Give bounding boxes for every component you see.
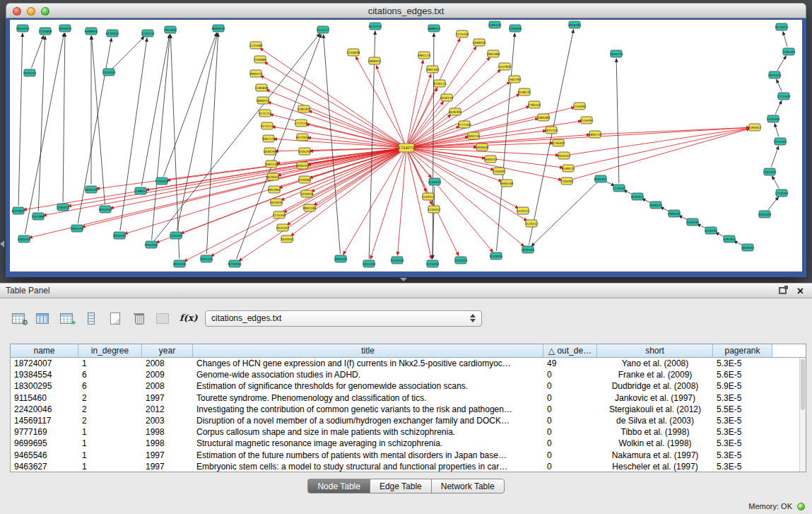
graph-node[interactable]: 2015503	[199, 255, 213, 262]
graph-edge[interactable]	[775, 124, 779, 137]
graph-edge[interactable]	[266, 90, 401, 146]
graph-node[interactable]: 1960470	[249, 70, 262, 77]
graph-edge[interactable]	[410, 69, 500, 144]
column-header-name[interactable]: name	[11, 344, 78, 358]
graph-node[interactable]: 7225440	[272, 211, 286, 218]
graph-node[interactable]: 1961083	[486, 50, 500, 57]
graph-edge[interactable]	[324, 35, 341, 254]
graph-node[interactable]: 1534452	[427, 206, 440, 213]
table-row[interactable]: 946362711997Embryonic stem cells: a mode…	[11, 461, 806, 472]
graph-edge[interactable]	[29, 149, 401, 238]
graph-edge[interactable]	[605, 181, 614, 186]
graph-node[interactable]: 9155034	[390, 257, 404, 264]
graph-node[interactable]: 1035292	[298, 148, 311, 155]
split-divider-handle[interactable]	[400, 278, 407, 281]
graph-edge[interactable]	[697, 224, 706, 228]
graph-edge[interactable]	[529, 30, 573, 245]
graph-node[interactable]: 1668010	[427, 25, 440, 32]
graph-node[interactable]: 1818495	[567, 21, 581, 28]
graph-edge[interactable]	[152, 35, 170, 240]
graph-node[interactable]: 1524511	[516, 207, 529, 214]
graph-edge[interactable]	[616, 59, 619, 183]
graph-node[interactable]: 8694026	[211, 25, 225, 32]
graph-edge[interactable]	[272, 127, 401, 147]
graph-node[interactable]: 2785502	[527, 101, 541, 108]
close-window-button[interactable]	[13, 7, 21, 16]
graph-node[interactable]: 9555034	[144, 241, 158, 248]
graph-edge[interactable]	[31, 36, 43, 69]
graph-node[interactable]: 2115576	[141, 30, 154, 37]
graph-edge[interactable]	[660, 207, 669, 211]
graph-node[interactable]: 1035503	[758, 211, 771, 218]
graph-node[interactable]: 1644779	[609, 50, 623, 57]
graph-edge[interactable]	[170, 35, 179, 259]
graph-node[interactable]: 9620451	[266, 173, 279, 180]
graph-node[interactable]: 1905503	[70, 225, 83, 232]
close-panel-icon[interactable]	[797, 284, 804, 298]
graph-node[interactable]: 1604640	[475, 144, 488, 151]
graph-node[interactable]: 2055034	[102, 69, 115, 76]
graph-node[interactable]: 9055034	[98, 206, 112, 213]
graph-node[interactable]: 1009191	[667, 210, 681, 217]
graph-node[interactable]: 1866051	[367, 57, 381, 64]
graph-edge[interactable]	[642, 199, 651, 203]
graph-edge[interactable]	[177, 33, 217, 230]
column-header-in_degree[interactable]: in_degree	[78, 344, 142, 358]
panel-collapse-arrow[interactable]	[0, 240, 4, 247]
graph-node[interactable]: 1779191	[612, 185, 625, 192]
table-row[interactable]: 1938455462009Genome-wide association stu…	[11, 369, 806, 380]
graph-node[interactable]: 9558231	[517, 88, 531, 95]
graph-edge[interactable]	[281, 150, 401, 201]
graph-node[interactable]: 1415503	[362, 260, 375, 267]
network-canvas[interactable]: 1855034213580816048379468904813034121155…	[10, 20, 802, 271]
graph-node[interactable]: 7154491	[572, 103, 586, 110]
graph-node[interactable]: 1610447	[557, 152, 570, 159]
graph-node[interactable]: 9777169	[457, 121, 471, 128]
graph-node[interactable]: 1724071	[399, 144, 414, 152]
graph-edge[interactable]	[369, 31, 375, 259]
graph-node[interactable]: 4275212	[258, 110, 271, 117]
graph-edge[interactable]	[771, 146, 778, 168]
graph-node[interactable]: 9191911	[630, 193, 644, 200]
graph-node[interactable]: 1595812	[748, 124, 761, 131]
table-row[interactable]: 911546021997Tourette syndrome. Phenomeno…	[11, 392, 806, 404]
graph-edge[interactable]	[531, 182, 597, 246]
graph-edge[interactable]	[376, 66, 404, 144]
minimize-window-button[interactable]	[27, 7, 35, 16]
graph-node[interactable]: 8324801	[11, 207, 25, 214]
graph-node[interactable]: 1595503	[782, 48, 795, 55]
row-tools-icon[interactable]	[83, 312, 99, 325]
graph-node[interactable]: 1216402	[551, 139, 565, 146]
graph-node[interactable]: 2204097	[492, 168, 505, 175]
graph-node[interactable]: 3220173	[433, 80, 446, 87]
graph-edge[interactable]	[63, 33, 65, 202]
graph-node[interactable]: 1115503	[425, 260, 439, 267]
graph-node[interactable]: 9255045	[489, 252, 502, 259]
graph-edge[interactable]	[411, 94, 519, 146]
graph-edge[interactable]	[307, 138, 401, 148]
graph-node[interactable]: 1626155	[440, 94, 453, 101]
table-row[interactable]: 969969511998Structural magnetic resonanc…	[11, 438, 806, 449]
graph-node[interactable]: 1626302	[448, 108, 461, 115]
column-header-year[interactable]: year	[142, 344, 193, 358]
graph-node[interactable]: 1572127	[316, 26, 329, 33]
graph-edge[interactable]	[767, 197, 778, 210]
graph-node[interactable]: 2125430	[455, 30, 469, 37]
graph-node[interactable]: 1604741	[466, 132, 480, 139]
graph-node[interactable]: 1624035	[269, 199, 283, 206]
table-row[interactable]: 946554611997Estimation of the future num…	[11, 450, 806, 461]
graph-node[interactable]: 1198054	[134, 187, 147, 194]
graph-edge[interactable]	[408, 152, 459, 255]
graph-node[interactable]: 4275113	[260, 122, 273, 129]
vertical-scrollbar[interactable]	[799, 358, 806, 472]
graph-edge[interactable]	[777, 79, 782, 91]
graph-node[interactable]: 9154491	[579, 117, 593, 124]
graph-edge[interactable]	[623, 190, 632, 194]
graph-node[interactable]: 1524512	[524, 220, 538, 227]
graph-node[interactable]: 1775503	[775, 189, 788, 197]
graph-node[interactable]: 2185302	[297, 105, 310, 112]
graph-edge[interactable]	[398, 153, 406, 255]
graph-node[interactable]: 1462193	[507, 76, 521, 83]
graph-edge[interactable]	[408, 38, 460, 143]
graph-edge[interactable]	[68, 148, 401, 206]
